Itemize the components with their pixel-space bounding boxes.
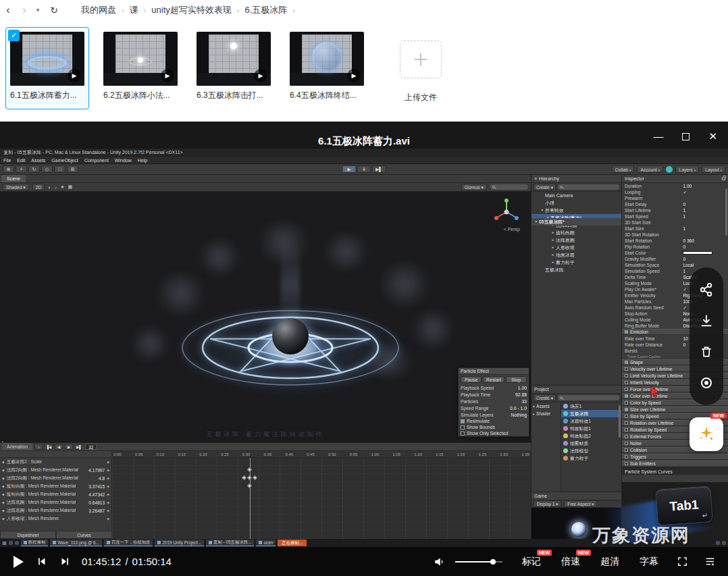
account-dropdown[interactable]: Account ▾	[637, 165, 663, 173]
unity-menu-item[interactable]: GameObject	[51, 158, 78, 163]
field-value[interactable]: Nothing	[511, 413, 527, 417]
account-avatar[interactable]	[666, 166, 673, 173]
animation-property-row[interactable]: ◆ 五极冰阵2 : Scale ◆	[0, 458, 111, 466]
module-checkbox[interactable]	[625, 394, 628, 398]
tab-hierarchy[interactable]: ≡Hierarchy	[531, 175, 621, 183]
video-thumbnail[interactable]: ▶	[103, 32, 178, 86]
field-value[interactable]: 33	[521, 399, 527, 404]
inspector-property-row[interactable]: Start Speed 1	[622, 213, 728, 219]
module-checkbox[interactable]	[625, 361, 628, 364]
module-checkbox[interactable]	[625, 428, 628, 431]
property-value[interactable]: 0	[683, 201, 725, 207]
play-icon[interactable]: ▶	[161, 69, 174, 82]
tab-animation[interactable]: Animation	[2, 443, 32, 450]
dopesheet-tab[interactable]: Dopesheet	[0, 531, 56, 539]
project-asset[interactable]: 蓄力粒子	[561, 454, 621, 462]
particle-effect-button[interactable]: Pause	[461, 376, 482, 383]
playlist-icon[interactable]	[704, 556, 716, 567]
video-player[interactable]: 6.1五极冰阵蓄力.avi — ✕ 复制 - 05五极冰阵 - PC, Mac …	[0, 122, 728, 547]
hierarchy-item[interactable]: 05五极冰阵*	[531, 218, 621, 226]
keyframe-diamond[interactable]	[247, 467, 252, 472]
display-dropdown[interactable]: Display 1 ▾	[534, 500, 561, 507]
skip-next-button[interactable]	[59, 556, 71, 567]
effects-toggle-icon[interactable]: ★	[60, 184, 64, 190]
lock-icon[interactable]	[722, 178, 725, 180]
project-asset[interactable]: 烟雾材质	[561, 440, 621, 447]
keyframe-diamond[interactable]	[247, 483, 252, 488]
scene-canvas[interactable]: < Persp 五极冰阵 蓄力魔法阵特效制作 Particle Effect P…	[0, 192, 531, 442]
subtitles-button[interactable]: 字幕	[640, 556, 658, 568]
create-dropdown[interactable]: Create ▾	[534, 394, 556, 401]
property-value[interactable]: 1.00	[683, 183, 725, 189]
scrollbar[interactable]	[619, 405, 621, 438]
dopesheet-tab[interactable]: Curves	[56, 531, 112, 539]
play-icon[interactable]: ▶	[254, 69, 267, 82]
property-value[interactable]: 0	[683, 256, 725, 262]
hierarchy-item[interactable]: 法阵底圈	[531, 236, 621, 244]
project-asset[interactable]: 场景1	[561, 402, 621, 410]
curves-header[interactable]: Particle System Curves	[622, 467, 728, 475]
particle-module-row[interactable]: Triggers	[622, 454, 728, 460]
keyframe-diamond[interactable]	[247, 475, 252, 480]
checkbox[interactable]	[461, 431, 465, 436]
taskbar-item[interactable]: Wave_010.png @ 6...	[50, 540, 102, 546]
unity-menu-item[interactable]: Component	[84, 158, 109, 163]
file-card[interactable]: ▶ ✓ 6.2五极冰阵小法...	[99, 27, 182, 109]
property-value[interactable]: 1	[683, 226, 725, 232]
unity-pause-button[interactable]: Ⅱ	[357, 165, 371, 173]
property-value[interactable]: 1	[683, 213, 725, 219]
taskbar-item[interactable]: ocen	[256, 540, 276, 546]
collab-dropdown[interactable]: Collab ▾	[612, 165, 635, 173]
particle-effect-checkbox-row[interactable]: Resimulate	[459, 418, 529, 424]
project-folder[interactable]: Assets	[531, 402, 561, 410]
inspector-property-row[interactable]: Start Lifetime 1	[622, 207, 728, 213]
taskbar-app-icon[interactable]	[9, 541, 13, 545]
taskbar-item[interactable]: 教程录制	[21, 540, 49, 546]
project-asset[interactable]: 特效贴图2	[561, 432, 621, 440]
particle-effect-field[interactable]: Playback Time 92.88	[459, 391, 529, 398]
hierarchy-search-input[interactable]	[558, 184, 619, 190]
unity-play-button[interactable]: ▶	[342, 165, 357, 173]
gizmos-dropdown[interactable]: Gizmos ▾	[461, 184, 487, 190]
lighting-toggle-icon[interactable]: ◐	[48, 185, 51, 190]
project-folder[interactable]: Shader	[531, 410, 561, 417]
project-search-input[interactable]	[558, 395, 619, 400]
checkbox[interactable]	[461, 419, 465, 423]
animation-property-row[interactable]: ◆ 法阵2白圈 : Mesh Renderer.Material 4.8 ◆	[0, 474, 111, 482]
ai-subtitle-button[interactable]: NEW	[690, 417, 723, 451]
module-checkbox[interactable]	[625, 448, 628, 452]
property-value[interactable]: 4.8	[99, 476, 105, 481]
file-name[interactable]: 6.1五极冰阵蓄力...	[10, 90, 86, 101]
move-tool-icon[interactable]: +	[16, 165, 27, 173]
persp-label[interactable]: < Persp	[504, 227, 520, 232]
particle-module-row[interactable]: Size over Lifetime	[622, 407, 728, 413]
property-value[interactable]	[683, 195, 725, 201]
module-checkbox[interactable]	[625, 408, 628, 411]
scrollbar[interactable]	[725, 188, 727, 236]
rotate-tool-icon[interactable]: ↻	[28, 165, 40, 173]
go-to-start-button[interactable]: ▐◀	[45, 444, 53, 450]
field-value[interactable]: 92.88	[515, 392, 527, 397]
breadcrumb-item[interactable]: 6.五极冰阵	[244, 4, 287, 16]
audio-toggle-icon[interactable]: ♪	[55, 185, 57, 190]
particle-effect-field[interactable]: Speed Range 0.0 - 1.0	[459, 404, 529, 411]
video-thumbnail[interactable]: ▶	[290, 32, 364, 86]
hierarchy-item[interactable]: 人形收缩	[531, 244, 621, 251]
next-key-button[interactable]: ▶▌	[75, 444, 83, 450]
taskbar-highlighted-item[interactable]: 正在录制...	[278, 540, 307, 546]
file-name[interactable]: 6.3五极冰阵击打...	[197, 90, 272, 101]
unity-step-button[interactable]: ▶▌	[372, 165, 386, 173]
back-icon[interactable]: ‹	[0, 0, 16, 20]
particle-module-row[interactable]: Sub Emitters	[622, 461, 728, 467]
upload-button[interactable]	[400, 41, 442, 78]
property-value[interactable]: 0 360	[683, 238, 725, 244]
hierarchy-item[interactable]: Main Camera	[531, 192, 621, 199]
anim-play-button[interactable]: ▶	[65, 444, 73, 450]
speaker-icon[interactable]	[434, 556, 446, 568]
play-icon[interactable]: ▶	[347, 69, 361, 82]
inspector-property-row[interactable]: Gravity Modifier 0	[622, 256, 728, 262]
module-checkbox[interactable]	[625, 401, 628, 404]
skip-prev-button[interactable]	[36, 556, 47, 567]
unity-menu-item[interactable]: Assets	[31, 158, 45, 163]
file-checkbox[interactable]: ✓	[8, 30, 20, 41]
